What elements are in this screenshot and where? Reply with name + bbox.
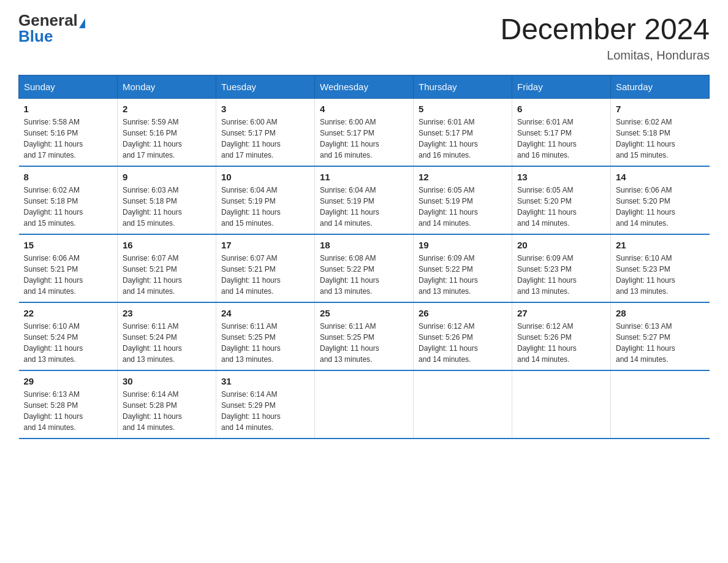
header-cell-thursday: Thursday — [414, 75, 512, 99]
day-cell — [611, 370, 710, 439]
day-info: Sunrise: 6:14 AMSunset: 5:28 PMDaylight:… — [123, 389, 211, 433]
calendar-title: December 2024 — [500, 12, 710, 46]
day-info: Sunrise: 6:05 AMSunset: 5:19 PMDaylight:… — [419, 185, 507, 229]
day-info: Sunrise: 6:09 AMSunset: 5:22 PMDaylight:… — [419, 253, 507, 297]
day-number: 29 — [24, 376, 113, 386]
day-info: Sunrise: 6:14 AMSunset: 5:29 PMDaylight:… — [221, 389, 309, 433]
day-info: Sunrise: 6:11 AMSunset: 5:25 PMDaylight:… — [320, 321, 408, 365]
day-info: Sunrise: 6:01 AMSunset: 5:17 PMDaylight:… — [517, 117, 605, 161]
week-row-4: 22Sunrise: 6:10 AMSunset: 5:24 PMDayligh… — [19, 302, 710, 370]
day-number: 18 — [320, 240, 408, 250]
day-info: Sunrise: 6:01 AMSunset: 5:17 PMDaylight:… — [419, 117, 507, 161]
title-block: December 2024 Lomitas, Honduras — [500, 12, 710, 63]
logo-triangle-icon — [79, 18, 85, 28]
day-cell: 20Sunrise: 6:09 AMSunset: 5:23 PMDayligh… — [512, 234, 611, 302]
day-info: Sunrise: 6:11 AMSunset: 5:24 PMDaylight:… — [123, 321, 211, 365]
day-cell: 2Sunrise: 5:59 AMSunset: 5:16 PMDaylight… — [118, 99, 216, 167]
header-cell-saturday: Saturday — [611, 75, 710, 99]
day-number: 28 — [616, 308, 705, 318]
day-cell: 7Sunrise: 6:02 AMSunset: 5:18 PMDaylight… — [611, 99, 710, 167]
week-row-5: 29Sunrise: 6:13 AMSunset: 5:28 PMDayligh… — [19, 370, 710, 439]
header-cell-monday: Monday — [118, 75, 216, 99]
day-info: Sunrise: 5:59 AMSunset: 5:16 PMDaylight:… — [123, 117, 211, 161]
day-number: 12 — [419, 172, 507, 182]
logo-blue-text: Blue — [18, 27, 53, 45]
day-cell: 4Sunrise: 6:00 AMSunset: 5:17 PMDaylight… — [315, 99, 414, 167]
day-info: Sunrise: 6:02 AMSunset: 5:18 PMDaylight:… — [616, 117, 705, 161]
day-cell: 15Sunrise: 6:06 AMSunset: 5:21 PMDayligh… — [19, 234, 118, 302]
day-number: 10 — [221, 172, 309, 182]
day-info: Sunrise: 6:03 AMSunset: 5:18 PMDaylight:… — [123, 185, 211, 229]
day-cell: 10Sunrise: 6:04 AMSunset: 5:19 PMDayligh… — [216, 166, 315, 234]
day-cell: 14Sunrise: 6:06 AMSunset: 5:20 PMDayligh… — [611, 166, 710, 234]
day-info: Sunrise: 6:13 AMSunset: 5:28 PMDaylight:… — [24, 389, 113, 433]
day-info: Sunrise: 6:07 AMSunset: 5:21 PMDaylight:… — [221, 253, 309, 297]
day-cell: 22Sunrise: 6:10 AMSunset: 5:24 PMDayligh… — [19, 302, 118, 370]
day-info: Sunrise: 6:13 AMSunset: 5:27 PMDaylight:… — [616, 321, 705, 365]
header-cell-tuesday: Tuesday — [216, 75, 315, 99]
day-cell: 3Sunrise: 6:00 AMSunset: 5:17 PMDaylight… — [216, 99, 315, 167]
day-cell: 31Sunrise: 6:14 AMSunset: 5:29 PMDayligh… — [216, 370, 315, 439]
day-number: 22 — [24, 308, 113, 318]
day-cell: 13Sunrise: 6:05 AMSunset: 5:20 PMDayligh… — [512, 166, 611, 234]
day-cell: 9Sunrise: 6:03 AMSunset: 5:18 PMDaylight… — [118, 166, 216, 234]
day-cell: 11Sunrise: 6:04 AMSunset: 5:19 PMDayligh… — [315, 166, 414, 234]
day-number: 13 — [517, 172, 605, 182]
day-number: 2 — [123, 104, 211, 114]
day-cell: 25Sunrise: 6:11 AMSunset: 5:25 PMDayligh… — [315, 302, 414, 370]
day-info: Sunrise: 6:00 AMSunset: 5:17 PMDaylight:… — [221, 117, 309, 161]
header-row: SundayMondayTuesdayWednesdayThursdayFrid… — [19, 75, 710, 99]
day-number: 14 — [616, 172, 705, 182]
day-info: Sunrise: 6:04 AMSunset: 5:19 PMDaylight:… — [221, 185, 309, 229]
week-row-2: 8Sunrise: 6:02 AMSunset: 5:18 PMDaylight… — [19, 166, 710, 234]
day-number: 6 — [517, 104, 605, 114]
day-info: Sunrise: 6:06 AMSunset: 5:21 PMDaylight:… — [24, 253, 113, 297]
day-info: Sunrise: 6:04 AMSunset: 5:19 PMDaylight:… — [320, 185, 408, 229]
day-info: Sunrise: 6:06 AMSunset: 5:20 PMDaylight:… — [616, 185, 705, 229]
calendar-table: SundayMondayTuesdayWednesdayThursdayFrid… — [18, 75, 710, 439]
day-number: 7 — [616, 104, 705, 114]
day-number: 26 — [419, 308, 507, 318]
day-cell: 8Sunrise: 6:02 AMSunset: 5:18 PMDaylight… — [19, 166, 118, 234]
day-number: 1 — [24, 104, 113, 114]
day-cell: 1Sunrise: 5:58 AMSunset: 5:16 PMDaylight… — [19, 99, 118, 167]
day-info: Sunrise: 6:12 AMSunset: 5:26 PMDaylight:… — [419, 321, 507, 365]
header-cell-sunday: Sunday — [19, 75, 118, 99]
logo-top-line: General — [18, 12, 85, 28]
week-row-1: 1Sunrise: 5:58 AMSunset: 5:16 PMDaylight… — [19, 99, 710, 167]
day-cell: 18Sunrise: 6:08 AMSunset: 5:22 PMDayligh… — [315, 234, 414, 302]
day-info: Sunrise: 5:58 AMSunset: 5:16 PMDaylight:… — [24, 117, 113, 161]
day-number: 24 — [221, 308, 309, 318]
day-number: 25 — [320, 308, 408, 318]
day-info: Sunrise: 6:12 AMSunset: 5:26 PMDaylight:… — [517, 321, 605, 365]
day-cell: 28Sunrise: 6:13 AMSunset: 5:27 PMDayligh… — [611, 302, 710, 370]
page-header: General Blue December 2024 Lomitas, Hond… — [18, 12, 710, 63]
day-cell: 26Sunrise: 6:12 AMSunset: 5:26 PMDayligh… — [414, 302, 512, 370]
day-cell: 6Sunrise: 6:01 AMSunset: 5:17 PMDaylight… — [512, 99, 611, 167]
day-number: 15 — [24, 240, 113, 250]
week-row-3: 15Sunrise: 6:06 AMSunset: 5:21 PMDayligh… — [19, 234, 710, 302]
day-cell: 17Sunrise: 6:07 AMSunset: 5:21 PMDayligh… — [216, 234, 315, 302]
day-cell: 24Sunrise: 6:11 AMSunset: 5:25 PMDayligh… — [216, 302, 315, 370]
day-info: Sunrise: 6:00 AMSunset: 5:17 PMDaylight:… — [320, 117, 408, 161]
day-cell: 30Sunrise: 6:14 AMSunset: 5:28 PMDayligh… — [118, 370, 216, 439]
day-info: Sunrise: 6:10 AMSunset: 5:23 PMDaylight:… — [616, 253, 705, 297]
day-cell: 21Sunrise: 6:10 AMSunset: 5:23 PMDayligh… — [611, 234, 710, 302]
day-number: 11 — [320, 172, 408, 182]
day-number: 19 — [419, 240, 507, 250]
day-info: Sunrise: 6:02 AMSunset: 5:18 PMDaylight:… — [24, 185, 113, 229]
header-cell-friday: Friday — [512, 75, 611, 99]
day-number: 4 — [320, 104, 408, 114]
day-number: 27 — [517, 308, 605, 318]
day-number: 17 — [221, 240, 309, 250]
day-number: 9 — [123, 172, 211, 182]
day-number: 20 — [517, 240, 605, 250]
day-cell — [315, 370, 414, 439]
day-info: Sunrise: 6:09 AMSunset: 5:23 PMDaylight:… — [517, 253, 605, 297]
day-number: 23 — [123, 308, 211, 318]
day-cell: 27Sunrise: 6:12 AMSunset: 5:26 PMDayligh… — [512, 302, 611, 370]
day-cell — [414, 370, 512, 439]
day-number: 30 — [123, 376, 211, 386]
day-info: Sunrise: 6:10 AMSunset: 5:24 PMDaylight:… — [24, 321, 113, 365]
day-number: 5 — [419, 104, 507, 114]
